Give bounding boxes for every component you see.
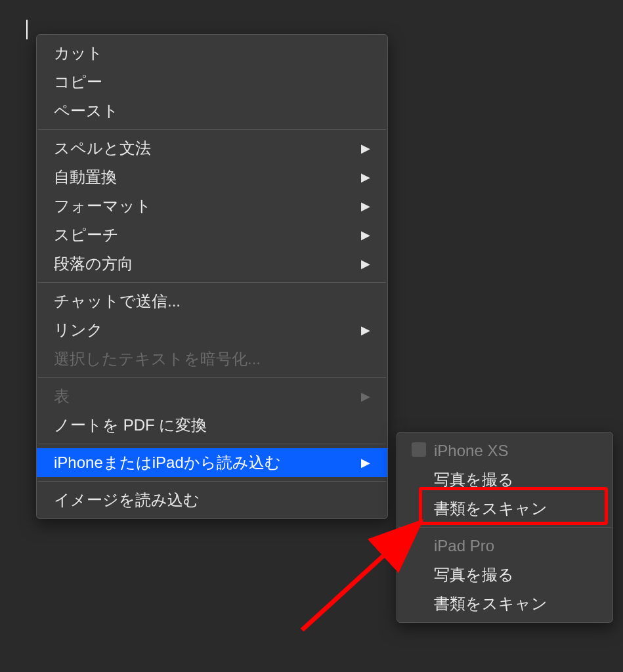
menu-item-cut[interactable]: カット <box>37 39 387 68</box>
submenu-item-take-photo-ipad[interactable]: 写真を撮る <box>397 560 612 589</box>
menu-item-convert-to-pdf[interactable]: ノートを PDF に変換 <box>37 411 387 440</box>
menu-item-spelling-grammar[interactable]: スペルと文法 ▶ <box>37 134 387 163</box>
menu-label: ノートを PDF に変換 <box>54 413 207 437</box>
menu-label: フォーマット <box>54 194 152 218</box>
submenu-arrow-icon: ▶ <box>361 322 370 339</box>
submenu-arrow-icon: ▶ <box>361 255 370 273</box>
menu-item-encrypt-text: 選択したテキストを暗号化... <box>37 345 387 373</box>
menu-item-import-image[interactable]: イメージを読み込む <box>37 486 387 514</box>
menu-item-copy[interactable]: コピー <box>37 68 387 96</box>
submenu-item-scan-documents-iphone[interactable]: 書類をスキャン <box>397 494 612 523</box>
text-cursor <box>26 20 28 39</box>
menu-item-table: 表 ▶ <box>37 382 387 411</box>
submenu-arrow-icon: ▶ <box>361 140 370 158</box>
device-name-label: iPad Pro <box>434 537 494 555</box>
context-menu: カット コピー ペースト スペルと文法 ▶ 自動置換 ▶ フォーマット ▶ スピ… <box>36 34 388 519</box>
menu-label: 写真を撮る <box>434 468 514 492</box>
submenu-arrow-icon: ▶ <box>361 169 370 186</box>
submenu-item-scan-documents-ipad[interactable]: 書類をスキャン <box>397 589 612 618</box>
menu-label: 書類をスキャン <box>434 592 548 616</box>
submenu-item-take-photo-iphone[interactable]: 写真を撮る <box>397 465 612 494</box>
menu-label: 書類をスキャン <box>434 497 548 520</box>
menu-label: チャットで送信... <box>54 289 181 313</box>
menu-item-paragraph-direction[interactable]: 段落の方向 ▶ <box>37 249 387 278</box>
menu-separator <box>38 129 386 130</box>
menu-label: イメージを読み込む <box>54 488 200 512</box>
device-name-label: iPhone XS <box>434 442 508 459</box>
submenu-device-header-ipad: iPad Pro <box>397 532 612 560</box>
menu-item-import-from-iphone-ipad[interactable]: iPhoneまたはiPadから読み込む ▶ <box>37 448 387 477</box>
menu-item-speech[interactable]: スピーチ ▶ <box>37 220 387 249</box>
submenu-arrow-icon: ▶ <box>361 198 370 215</box>
menu-separator <box>398 527 611 528</box>
menu-separator <box>38 444 386 444</box>
menu-item-paste[interactable]: ペースト <box>37 96 387 125</box>
menu-label: スピーチ <box>54 223 119 247</box>
menu-label: スペルと文法 <box>54 136 151 160</box>
submenu-arrow-icon: ▶ <box>361 454 370 472</box>
menu-label: ペースト <box>54 99 119 123</box>
menu-label: 写真を撮る <box>434 563 514 587</box>
menu-label: 選択したテキストを暗号化... <box>54 347 261 371</box>
menu-label: 表 <box>54 385 70 408</box>
menu-label: カット <box>54 41 103 65</box>
submenu-arrow-icon: ▶ <box>361 226 370 244</box>
menu-item-substitutions[interactable]: 自動置換 ▶ <box>37 163 387 192</box>
submenu-device-header-iphone: iPhone XS <box>397 436 612 465</box>
submenu-arrow-icon: ▶ <box>361 388 370 406</box>
menu-label: コピー <box>54 70 102 94</box>
menu-separator <box>38 377 386 378</box>
menu-label: iPhoneまたはiPadから読み込む <box>54 451 281 474</box>
device-icon <box>412 442 426 457</box>
menu-item-send-in-chat[interactable]: チャットで送信... <box>37 287 387 316</box>
submenu-import-devices: iPhone XS 写真を撮る 書類をスキャン iPad Pro 写真を撮る 書… <box>397 432 613 623</box>
menu-label: 自動置換 <box>54 165 117 189</box>
menu-label: 段落の方向 <box>54 252 133 276</box>
menu-separator <box>38 282 386 283</box>
menu-label: リンク <box>54 318 103 342</box>
menu-item-format[interactable]: フォーマット ▶ <box>37 192 387 220</box>
menu-separator <box>38 481 386 482</box>
menu-item-link[interactable]: リンク ▶ <box>37 316 387 345</box>
